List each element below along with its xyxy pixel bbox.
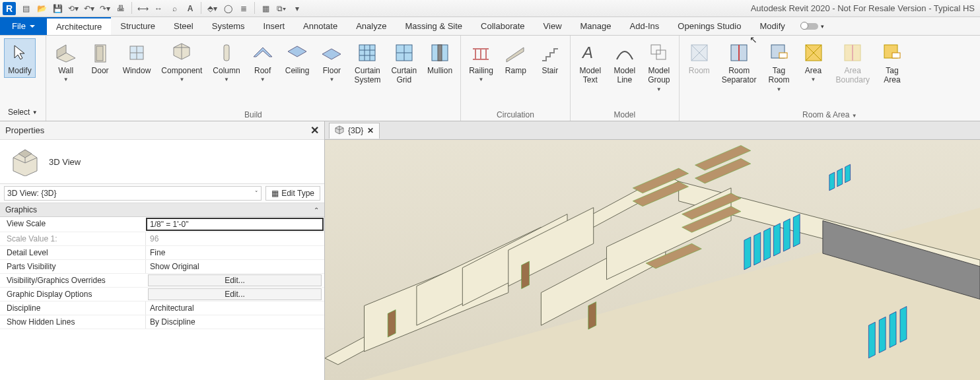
ribbon-group-room-area: Room Room Separator Tag Room▼ Area▼ Area… [680, 36, 980, 121]
view-canvas-3d[interactable] [325, 140, 980, 380]
properties-close-icon[interactable]: ✕ [310, 124, 319, 137]
tab-collaborate[interactable]: Collaborate [472, 17, 534, 35]
prop-row-detail-level[interactable]: Detail LevelFine [0, 246, 324, 260]
tag-room-button[interactable]: Tag Room▼ [763, 38, 795, 95]
qat-section-icon[interactable]: ◯ [221, 2, 235, 15]
file-menu[interactable]: File [0, 17, 47, 35]
prop-edit-button[interactable]: Edit... [148, 274, 322, 286]
qat-measure-icon[interactable]: ⟷ [135, 2, 150, 15]
modify-button[interactable]: Modify [4, 38, 36, 78]
stair-button[interactable]: Stair [534, 38, 566, 78]
tab-modify[interactable]: Modify [750, 17, 794, 35]
area-icon [802, 41, 825, 65]
roof-button[interactable]: Roof▼ [247, 38, 279, 85]
edit-type-button[interactable]: ▦ Edit Type [265, 186, 320, 201]
tab-architecture[interactable]: Architecture [47, 17, 111, 35]
railing-button[interactable]: Railing▼ [465, 38, 497, 85]
prop-value: 96 [145, 232, 324, 245]
mullion-button[interactable]: Mullion [423, 38, 456, 78]
tag-room-icon [767, 41, 791, 65]
view-tab-close-icon[interactable]: ✕ [367, 126, 374, 135]
curtain-system-button[interactable]: Curtain System [350, 38, 384, 88]
model-text-button[interactable]: AModel Text [575, 38, 606, 88]
qat-thinlines-icon[interactable]: ≣ [236, 2, 251, 15]
tab-view[interactable]: View [534, 17, 571, 35]
tab-structure[interactable]: Structure [111, 17, 164, 35]
view-tab-3d[interactable]: {3D} ✕ [329, 123, 380, 139]
qat-sync-icon[interactable]: ⟲▾ [66, 2, 81, 15]
qat-3d-icon[interactable]: ⬘▾ [205, 2, 219, 15]
prop-value[interactable]: By Discipline [145, 315, 324, 329]
prop-edit-button[interactable]: Edit... [148, 288, 322, 300]
tab-manage[interactable]: Manage [571, 17, 621, 35]
prop-value[interactable]: Show Original [145, 260, 324, 273]
view-area: {3D} ✕ [325, 121, 980, 380]
properties-title: Properties [5, 125, 310, 135]
prop-value[interactable]: 1/8" = 1'-0" [146, 218, 324, 231]
revit-logo-icon[interactable]: R [3, 2, 16, 15]
tab-analyze[interactable]: Analyze [347, 17, 396, 35]
qat-redo-icon[interactable]: ↷▾ [98, 2, 112, 15]
prop-row-vis-graphics[interactable]: Visibility/Graphics OverridesEdit... [0, 274, 324, 288]
floor-button[interactable]: Floor▼ [316, 38, 347, 85]
tab-steel[interactable]: Steel [164, 17, 203, 35]
svg-text:A: A [581, 44, 593, 61]
wall-button[interactable]: Wall▼ [50, 38, 82, 85]
qat-switch-windows-icon[interactable]: ⧉▾ [274, 2, 289, 15]
model-group-button[interactable]: Model Group▼ [643, 38, 675, 95]
qat-home-icon[interactable]: ▤ [18, 2, 33, 15]
group-label-room-area[interactable]: Room & Area ▼ [683, 108, 976, 119]
ribbon-toggle[interactable]: ▾ [801, 17, 824, 35]
prop-row-graphic-display[interactable]: Graphic Display OptionsEdit... [0, 288, 324, 301]
type-selector[interactable]: 3D View [0, 140, 324, 183]
area-button[interactable]: Area▼ [798, 38, 829, 85]
ramp-button[interactable]: Ramp [500, 38, 532, 78]
qat-print-icon[interactable]: 🖶 [114, 2, 128, 15]
properties-header: Properties ✕ [0, 121, 324, 140]
qat-align-dim-icon[interactable]: ↔ [151, 2, 166, 15]
model-line-button[interactable]: Model Line [609, 38, 641, 88]
component-button[interactable]: Component▼ [157, 38, 206, 85]
door-button[interactable]: Door [85, 38, 116, 78]
qat-customize-icon[interactable]: ▾ [290, 2, 304, 15]
tag-area-button[interactable]: Tag Area [876, 38, 908, 88]
properties-grid[interactable]: Graphics ⌃ View Scale1/8" = 1'-0"Scale V… [0, 203, 324, 380]
column-button[interactable]: Column▼ [209, 38, 244, 85]
properties-panel: Properties ✕ 3D View 3D View: {3D}˅ ▦ Ed… [0, 121, 325, 380]
svg-marker-39 [868, 322, 875, 358]
qat-open-icon[interactable]: 📂 [34, 2, 49, 15]
prop-row-view-scale[interactable]: View Scale1/8" = 1'-0" [0, 217, 324, 232]
tab-massing-site[interactable]: Massing & Site [396, 17, 472, 35]
prop-row-parts-vis[interactable]: Parts VisibilityShow Original [0, 260, 324, 274]
window-button[interactable]: Window [119, 38, 155, 78]
prop-row-show-hidden[interactable]: Show Hidden LinesBy Discipline [0, 315, 324, 329]
workspace: Properties ✕ 3D View 3D View: {3D}˅ ▦ Ed… [0, 121, 980, 380]
tab-insert[interactable]: Insert [254, 17, 295, 35]
instance-dropdown[interactable]: 3D View: {3D}˅ [4, 186, 262, 201]
tab-addins[interactable]: Add-Ins [621, 17, 669, 35]
category-collapse-icon[interactable]: ⌃ [314, 206, 319, 214]
qat-text-icon[interactable]: A [183, 2, 197, 15]
qat-close-inactive-icon[interactable]: ▦ [258, 2, 273, 15]
prop-value[interactable]: Fine [145, 246, 324, 259]
prop-row-discipline[interactable]: DisciplineArchitectural [0, 301, 324, 315]
railing-icon [469, 41, 493, 65]
ceiling-button[interactable]: Ceiling [281, 38, 314, 78]
room-separator-button[interactable]: Room Separator [718, 38, 761, 88]
svg-marker-44 [837, 168, 843, 187]
svg-marker-45 [845, 164, 851, 183]
select-dropdown[interactable]: Select ▼ [4, 105, 42, 119]
prop-name: Show Hidden Lines [0, 315, 145, 329]
prop-category-graphics[interactable]: Graphics ⌃ [0, 203, 324, 217]
svg-rect-22 [892, 53, 900, 58]
tab-systems[interactable]: Systems [203, 17, 254, 35]
qat-undo-icon[interactable]: ↶▾ [82, 2, 96, 15]
curtain-grid-button[interactable]: Curtain Grid [387, 38, 421, 88]
tab-openings-studio[interactable]: Openings Studio [668, 17, 750, 35]
view-tab-bar: {3D} ✕ [325, 121, 980, 140]
tab-annotate[interactable]: Annotate [294, 17, 347, 35]
qat-save-icon[interactable]: 💾 [50, 2, 65, 15]
prop-value[interactable]: Architectural [145, 301, 324, 315]
house-3d-icon [5, 145, 45, 178]
qat-tag-icon[interactable]: ⌕ [167, 2, 182, 15]
